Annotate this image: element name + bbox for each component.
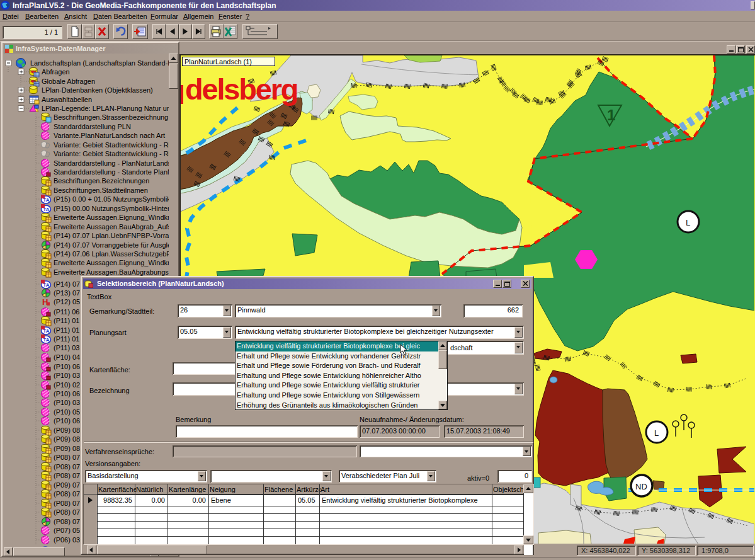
- svg-text:(P12) 05: (P12) 05: [54, 298, 80, 306]
- svg-text:Globale Abfragen: Globale Abfragen: [42, 77, 95, 85]
- svg-text:LPlan-Datenbanken (Objektklass: LPlan-Datenbanken (Objektklassen): [42, 86, 153, 94]
- svg-text:(P11) 01: (P11) 01: [54, 326, 79, 334]
- svg-text:Erweiterte Aussagen.BauAbgrabu: Erweiterte Aussagen.BauAbgrabungs: [54, 268, 169, 276]
- svg-text:Beschriftungen.Stadtteilnamen: Beschriftungen.Stadtteilnamen: [54, 186, 148, 194]
- svg-text:ND: ND: [635, 482, 647, 491]
- svg-text:Variante: Gebiet Stadtentwickl: Variante: Gebiet Stadtentwicklung - Rie: [54, 141, 169, 149]
- svg-text:(P09) 08: (P09) 08: [54, 426, 80, 434]
- svg-text:1: 1: [607, 106, 615, 123]
- svg-text:(P10) 03: (P10) 03: [54, 372, 80, 379]
- svg-text:(P11) 01: (P11) 01: [54, 335, 79, 343]
- svg-text:(P14) 07.06 Lplan.WasserSchutz: (P14) 07.06 Lplan.WasserSchutzgebPe: [54, 250, 169, 258]
- svg-text:(P09) 07: (P09) 07: [54, 481, 80, 489]
- svg-text:(P08) 07: (P08) 07: [54, 454, 80, 461]
- svg-text:(P14) 07: (P14) 07: [54, 280, 80, 288]
- svg-text:Erweiterte Aussagen.Eignung_Wi: Erweiterte Aussagen.Eignung_Windkra: [54, 259, 169, 266]
- svg-text:(P08) 07: (P08) 07: [54, 518, 80, 525]
- svg-text:Beschriftungen.Bezeichnungen: Beschriftungen.Bezeichnungen: [54, 177, 149, 185]
- svg-text:(P10) 04: (P10) 04: [54, 353, 80, 361]
- svg-text:(P11) 01: (P11) 01: [54, 317, 79, 324]
- svg-text:Standarddarstellung - Standort: Standarddarstellung - Standorte PlanNa: [54, 168, 169, 176]
- svg-text:(P10) 03: (P10) 03: [54, 399, 80, 406]
- svg-text:(P14) 07.07 Lplan.UebnFNPBP-Vo: (P14) 07.07 Lplan.UebnFNPBP-Vorrang: [54, 232, 169, 239]
- svg-text:LPlan-Legende: LPLAN-Planung N: LPlan-Legende: LPLAN-Planung Natur und I: [42, 105, 169, 112]
- svg-text:Beschriftungen.Strassenbezeich: Beschriftungen.Strassenbezeichnung: [54, 113, 168, 121]
- svg-text:(P08) 07: (P08) 07: [54, 508, 80, 516]
- svg-text:Auswahltabellen: Auswahltabellen: [42, 96, 92, 103]
- svg-text:(P10) 05: (P10) 05: [54, 408, 80, 416]
- svg-text:(P11) 06: (P11) 06: [54, 308, 79, 316]
- svg-text:Variante.PlanNaturLandsch nach: Variante.PlanNaturLandsch nach Art: [54, 132, 165, 139]
- svg-text:Standarddarstellung - PlanNatu: Standarddarstellung - PlanNaturLandsc: [54, 159, 169, 167]
- svg-text:(P10) 06: (P10) 06: [54, 417, 80, 425]
- svg-text:Landschaftsplan (Landschaftspl: Landschaftsplan (Landschaftsplan Standar…: [30, 59, 169, 67]
- svg-text:(P13) 07: (P13) 07: [54, 289, 80, 297]
- svg-text:(P15) 00.00 NutzungsSymbolik-H: (P15) 00.00 NutzungsSymbolik-Hintergr: [54, 205, 169, 212]
- svg-text:(P10) 02: (P10) 02: [54, 381, 80, 389]
- svg-text:L: L: [686, 218, 690, 227]
- svg-text:(P08) 07: (P08) 07: [54, 472, 80, 479]
- svg-text:(P07) 05: (P07) 05: [54, 527, 80, 534]
- svg-text:(P15) 0.00 + 01.05 NutzungsSym: (P15) 0.00 + 01.05 NutzungsSymbolik b: [54, 195, 169, 203]
- svg-text:(P10) 06: (P10) 06: [54, 390, 80, 397]
- svg-text:Erweiterte Aussagen.BauAbgrab_: Erweiterte Aussagen.BauAbgrab_Aufs: [54, 223, 169, 231]
- svg-text:Erweiterte Aussagen.Eignung_Wi: Erweiterte Aussagen.Eignung_Windkra: [54, 214, 169, 221]
- svg-text:(P09) 08: (P09) 08: [54, 445, 80, 452]
- svg-text:Variante: Gebiet Stadtentwickl: Variante: Gebiet Stadtentwicklung - Rie: [54, 150, 169, 157]
- svg-text:(P11) 03: (P11) 03: [54, 344, 79, 351]
- svg-text:(P06) 03: (P06) 03: [54, 536, 80, 544]
- svg-text:Standarddarstellung PLN: Standarddarstellung PLN: [54, 123, 131, 130]
- svg-text:L: L: [654, 428, 659, 438]
- svg-text:Abfragen: Abfragen: [42, 68, 70, 76]
- svg-text:(P08) 07: (P08) 07: [54, 463, 80, 471]
- svg-text:(P09) 08: (P09) 08: [54, 435, 80, 443]
- svg-text:(P14) 07.07 Vorranggebiete für: (P14) 07.07 Vorranggebiete für Ausgle: [54, 241, 169, 249]
- svg-text:(P08) 07: (P08) 07: [54, 500, 80, 507]
- svg-text:(P10) 06: (P10) 06: [54, 363, 80, 370]
- svg-text:(P08) 07: (P08) 07: [54, 490, 80, 498]
